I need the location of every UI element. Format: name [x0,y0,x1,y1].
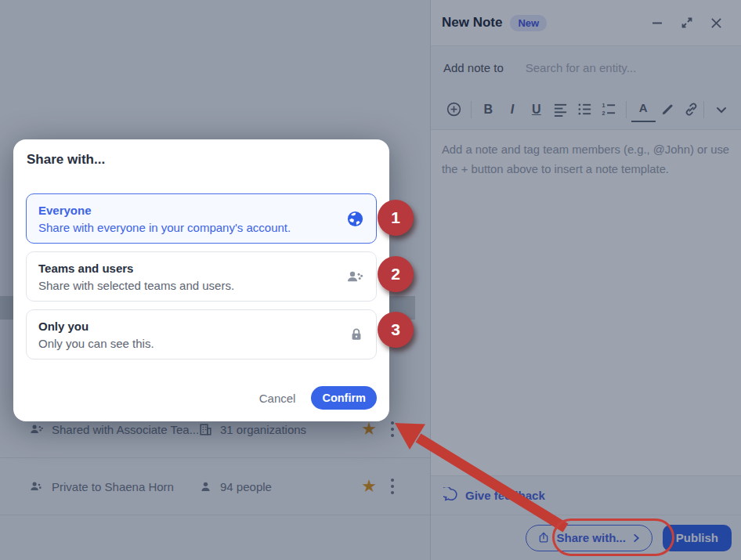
confirm-button[interactable]: Confirm [311,386,377,410]
option-title: Teams and users [38,260,234,276]
annotation-badge-2: 2 [378,256,414,292]
annotation-badge-1: 1 [378,200,414,236]
option-description: Share with everyone in your company's ac… [38,219,291,236]
people-group-icon [345,267,364,286]
globe-icon [346,210,364,228]
lock-icon [349,325,364,344]
option-everyone[interactable]: Everyone Share with everyone in your com… [26,193,377,244]
modal-title: Share with... [27,152,389,168]
option-title: Everyone [38,202,291,219]
app-screen: Shared with Associate Tea... 31 organiza… [0,0,741,560]
cancel-button[interactable]: Cancel [259,392,296,405]
option-description: Only you can see this. [38,335,154,352]
option-teams-and-users[interactable]: Teams and users Share with selected team… [26,251,377,302]
annotation-badge-3: 3 [378,312,414,348]
option-description: Share with selected teams and users. [38,277,234,294]
option-only-you[interactable]: Only you Only you can see this. [26,309,377,359]
option-title: Only you [38,318,154,334]
share-with-modal: Share with... Everyone Share with everyo… [13,139,389,421]
